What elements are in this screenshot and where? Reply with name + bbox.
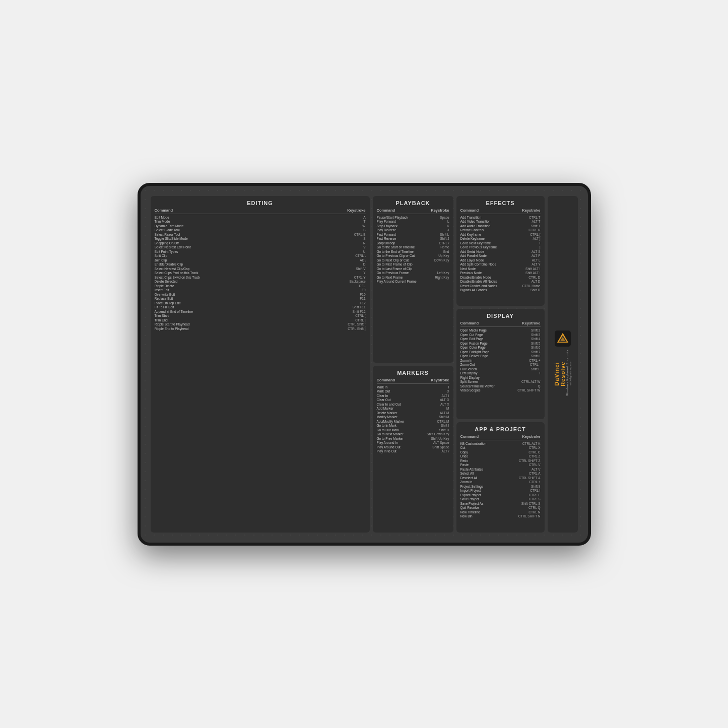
keystroke-label: CTRL SHIFT W — [517, 388, 540, 392]
table-row: Clear OutALT O — [377, 398, 449, 402]
command-label: Clear In — [377, 394, 440, 398]
table-row: Bypass All GradesShift D — [460, 288, 541, 292]
command-label: Append at End of Timeline — [155, 310, 351, 313]
table-row: Add Split-Combine NodeALT Y — [460, 262, 541, 266]
keystroke-label: CTRL R — [528, 228, 540, 232]
command-label: Clear Out — [377, 398, 438, 402]
command-label: Go to Next Clip or Cut — [377, 258, 432, 262]
display-col-headers: Command Keystroke — [460, 321, 541, 327]
command-label: Go to Out Mark — [377, 428, 437, 432]
table-row: Go to Out MarkShift O — [377, 428, 449, 432]
keystroke-label: Shift 6 — [531, 346, 540, 349]
table-row: Select Clips Fwd on this TrackY — [155, 271, 366, 275]
playback-section: PLAYBACK Command Keystroke Pause/Start P… — [373, 196, 453, 363]
command-label: Play Around Out — [377, 445, 431, 449]
appproject-title: APP & PROJECT — [460, 426, 541, 432]
command-label: Add Serial Node — [460, 250, 530, 253]
table-row: Place On Top EditF12 — [155, 301, 366, 305]
command-label: Add Marker — [377, 407, 445, 410]
markers-col2: Keystroke — [431, 378, 449, 382]
command-label: Deselect All — [460, 476, 517, 480]
keystroke-label: CTRL D — [528, 276, 540, 279]
appproject-col1: Command — [460, 434, 479, 439]
davinci-logo-icon — [555, 330, 571, 347]
table-row: Go to the Start of TimelineHome — [377, 245, 449, 249]
keystroke-label: Shift 8 — [531, 354, 540, 358]
keystroke-label: Shift 7 — [531, 350, 540, 354]
brand-resolve: Resolve — [560, 350, 566, 398]
command-label: Add Keyframe — [460, 233, 528, 236]
markers-rows: Mark InIMark OutOClear InALT IClear OutA… — [377, 385, 449, 453]
table-row: Snapping On/OffN — [155, 241, 366, 245]
keystroke-label: F10 — [360, 293, 365, 296]
keystroke-label: Shift Down Key — [427, 432, 449, 436]
keystroke-label: CTRL V — [529, 463, 541, 467]
table-row: Go to In MarkShift I — [377, 424, 449, 427]
markers-col1: Command — [377, 378, 395, 382]
table-row: Disable/Enable NodeCTRL D — [460, 276, 541, 279]
command-label: Modify Marker — [377, 415, 437, 419]
keystroke-label: ALT D — [532, 280, 541, 283]
command-label: Save Project As — [460, 502, 519, 505]
table-row: Play In to OutALT / — [377, 449, 449, 453]
display-col2: Keystroke — [522, 321, 540, 325]
command-label: Paste Attributes — [460, 468, 530, 471]
table-row: Play ReverseJ — [377, 228, 449, 232]
command-label: Insert Edit — [155, 288, 360, 292]
command-label: Ripple End to Playhead — [155, 327, 346, 330]
editing-col-headers: Command Keystroke — [155, 208, 366, 214]
command-label: Full Screen — [460, 367, 529, 371]
keystroke-label: ALT Space — [433, 441, 449, 444]
keystroke-label: CTRL X — [529, 446, 541, 449]
editing-title: EDITING — [155, 200, 366, 206]
table-row: Trim ModeT — [155, 220, 366, 223]
command-label: Go to Previous Frame — [377, 271, 435, 275]
table-row: Open Fairlight PageShift 7 — [460, 350, 541, 354]
table-row: Mark InI — [377, 385, 449, 389]
table-row: Edit ModeA — [155, 216, 366, 219]
command-label: Go to Next Marker — [377, 432, 425, 436]
keystroke-label: CTRL Q — [528, 506, 541, 509]
keystroke-label: CTRL Shift [ — [348, 322, 365, 326]
command-label: Enable/Disable Clip — [155, 262, 361, 266]
command-label: Play In to Out — [377, 449, 440, 453]
table-row: Zoom InCTRL + — [460, 359, 541, 362]
command-label: Trim Mode — [155, 220, 362, 223]
playback-rows: Pause/Start PlaybackSpacePlay ForwardLSt… — [377, 216, 449, 284]
table-row: Add Video TransitionALT T — [460, 220, 541, 223]
table-row: Play Around OutShift Space — [377, 445, 449, 449]
keystroke-label: ALT M — [440, 411, 449, 415]
command-label: Add/Modify Marker — [377, 420, 435, 423]
keystroke-label: ALT X — [440, 403, 449, 406]
command-label: Go to In Mark — [377, 424, 439, 427]
table-row: Split ClipCTRL \ — [155, 254, 366, 257]
command-label: Go to First Frame of Clip — [377, 262, 447, 266]
command-label: Open Deliver Page — [460, 354, 530, 358]
command-label: Project Settings — [460, 485, 530, 488]
table-row: Save Project AsShift CTRL S — [460, 502, 541, 505]
command-label: Go to the Start of Timeline — [377, 245, 439, 249]
command-label: Save Project — [460, 497, 527, 501]
keystroke-label: Home — [440, 245, 449, 249]
table-row: Select Nearest Edit PointV — [155, 245, 366, 249]
keystroke-label: Shift I — [441, 424, 449, 427]
command-label: Import Project — [460, 489, 528, 492]
keystroke-label: M — [446, 407, 449, 410]
table-row: Go to Previous Keyframe] — [460, 245, 541, 249]
keystroke-label: CTRL \ — [355, 254, 365, 257]
table-row: Delete SelectedBackspace — [155, 280, 366, 283]
markers-col-headers: Command Keystroke — [377, 378, 449, 384]
command-label: Select Nearest Edit Point — [155, 245, 362, 249]
playback-col1: Command — [377, 208, 395, 213]
table-row: Trim StartCTRL [ — [155, 314, 366, 317]
keystroke-label: Shift T — [531, 224, 541, 228]
command-label: Disable/Enable Node — [460, 276, 527, 279]
display-col1: Command — [460, 321, 479, 325]
command-label: Undo — [460, 454, 527, 458]
keystroke-label: Shift 4 — [531, 337, 540, 341]
command-label: Disable/Enable All Nodes — [460, 280, 530, 283]
table-row: Add KeyframeCTRL [ — [460, 233, 541, 236]
command-label: Left Display — [460, 371, 538, 375]
keystroke-label: End — [443, 250, 449, 253]
table-row: Append at End of TimelineShift F12 — [155, 310, 366, 313]
